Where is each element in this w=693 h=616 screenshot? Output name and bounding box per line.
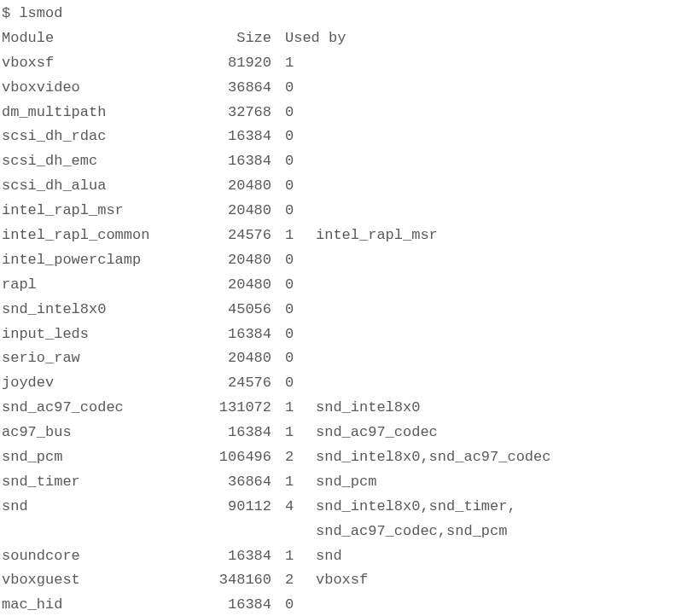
cell-by <box>312 174 691 199</box>
cell-used-empty <box>277 520 312 544</box>
cell-size: 106496 <box>198 445 277 470</box>
table-row: mac_hid163840 <box>2 593 691 616</box>
cell-by <box>312 51 691 76</box>
table-row: vboxvideo368640 <box>2 76 691 101</box>
cell-size: 131072 <box>198 396 277 421</box>
cell-by <box>312 298 691 323</box>
table-row: input_leds163840 <box>2 323 691 347</box>
cell-size: 16384 <box>198 421 277 445</box>
cell-module: dm_multipath <box>2 101 198 125</box>
cell-by: snd <box>312 544 691 569</box>
cell-module: intel_rapl_common <box>2 224 198 248</box>
cell-size: 16384 <box>198 323 277 347</box>
cell-by: intel_rapl_msr <box>312 224 691 248</box>
cell-size: 348160 <box>198 568 277 593</box>
table-row: scsi_dh_rdac163840 <box>2 125 691 149</box>
cell-size: 24576 <box>198 371 277 396</box>
table-row: vboxsf819201 <box>2 51 691 76</box>
cell-used: 2 <box>277 445 312 470</box>
cell-used: 0 <box>277 371 312 396</box>
table-row-continuation: snd_ac97_codec,snd_pcm <box>2 520 691 544</box>
cell-module: snd <box>2 495 198 520</box>
cell-size: 16384 <box>198 125 277 149</box>
cell-by-continuation: snd_ac97_codec,snd_pcm <box>312 520 691 544</box>
cell-by <box>312 76 691 101</box>
cell-by: snd_intel8x0,snd_ac97_codec <box>312 445 691 470</box>
cell-module: soundcore <box>2 544 198 569</box>
table-row: snd901124snd_intel8x0,snd_timer, <box>2 495 691 520</box>
cell-used: 0 <box>277 346 312 371</box>
cell-module: vboxsf <box>2 51 198 76</box>
table-row: snd_intel8x0450560 <box>2 298 691 323</box>
cell-used: 2 <box>277 568 312 593</box>
cell-module: scsi_dh_alua <box>2 174 198 199</box>
table-row: scsi_dh_emc163840 <box>2 149 691 174</box>
table-row: snd_ac97_codec1310721snd_intel8x0 <box>2 396 691 421</box>
table-row: soundcore163841snd <box>2 544 691 569</box>
table-row: serio_raw204800 <box>2 346 691 371</box>
cell-used: 0 <box>277 248 312 273</box>
cell-used: 0 <box>277 273 312 298</box>
cell-module: snd_ac97_codec <box>2 396 198 421</box>
cell-used: 0 <box>277 199 312 224</box>
cell-size: 90112 <box>198 495 277 520</box>
table-row: snd_timer368641snd_pcm <box>2 470 691 495</box>
table-row: joydev245760 <box>2 371 691 396</box>
cell-size: 20480 <box>198 199 277 224</box>
table-row: scsi_dh_alua204800 <box>2 174 691 199</box>
cell-used: 0 <box>277 76 312 101</box>
cell-used: 1 <box>277 421 312 445</box>
header-size: Size <box>198 26 277 51</box>
cell-by <box>312 273 691 298</box>
cell-module: vboxguest <box>2 568 198 593</box>
cell-by <box>312 199 691 224</box>
cell-module: rapl <box>2 273 198 298</box>
cell-size: 20480 <box>198 273 277 298</box>
cell-size: 36864 <box>198 470 277 495</box>
cell-module-empty <box>2 520 198 544</box>
cell-by <box>312 125 691 149</box>
cell-used: 1 <box>277 51 312 76</box>
table-row: intel_rapl_common245761intel_rapl_msr <box>2 224 691 248</box>
cell-by: snd_intel8x0,snd_timer, <box>312 495 691 520</box>
table-body: vboxsf819201vboxvideo368640dm_multipath3… <box>2 51 691 616</box>
table-row: rapl204800 <box>2 273 691 298</box>
table-row: snd_pcm1064962snd_intel8x0,snd_ac97_code… <box>2 445 691 470</box>
table-row: vboxguest3481602vboxsf <box>2 568 691 593</box>
cell-module: intel_powerclamp <box>2 248 198 273</box>
cell-size: 81920 <box>198 51 277 76</box>
table-row: ac97_bus163841snd_ac97_codec <box>2 421 691 445</box>
cell-size-empty <box>198 520 277 544</box>
cell-size: 20480 <box>198 346 277 371</box>
cell-by: snd_ac97_codec <box>312 421 691 445</box>
header-usedby: Used by <box>277 26 691 51</box>
cell-by <box>312 593 691 616</box>
cell-size: 45056 <box>198 298 277 323</box>
cell-used: 0 <box>277 174 312 199</box>
cell-by: vboxsf <box>312 568 691 593</box>
header-module: Module <box>2 26 198 51</box>
cell-module: scsi_dh_emc <box>2 149 198 174</box>
cell-used: 1 <box>277 396 312 421</box>
cell-size: 36864 <box>198 76 277 101</box>
cell-used: 0 <box>277 298 312 323</box>
cell-module: snd_intel8x0 <box>2 298 198 323</box>
cell-size: 32768 <box>198 101 277 125</box>
cell-used: 0 <box>277 323 312 347</box>
cell-by <box>312 346 691 371</box>
cell-module: input_leds <box>2 323 198 347</box>
cell-size: 20480 <box>198 174 277 199</box>
cell-used: 1 <box>277 470 312 495</box>
cell-used: 0 <box>277 101 312 125</box>
cell-used: 0 <box>277 149 312 174</box>
cell-by: snd_intel8x0 <box>312 396 691 421</box>
cell-module: scsi_dh_rdac <box>2 125 198 149</box>
cell-module: intel_rapl_msr <box>2 199 198 224</box>
cell-module: snd_timer <box>2 470 198 495</box>
command-line: $ lsmod <box>2 2 691 26</box>
cell-size: 16384 <box>198 544 277 569</box>
cell-size: 20480 <box>198 248 277 273</box>
cell-by <box>312 149 691 174</box>
cell-by: snd_pcm <box>312 470 691 495</box>
cell-size: 16384 <box>198 593 277 616</box>
